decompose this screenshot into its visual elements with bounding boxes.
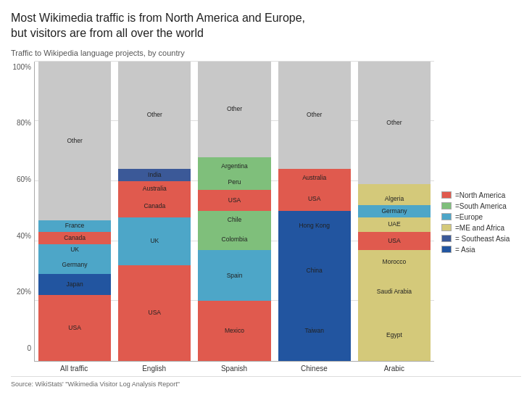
bar-segment: Mexico bbox=[198, 301, 270, 361]
bar-segment-label: France bbox=[65, 223, 84, 229]
y-label-0: 0 bbox=[11, 344, 34, 352]
bar-segment-label: USA bbox=[308, 196, 320, 202]
bar-group-all-traffic: USAJapanGermanyUKCanadaFranceOther bbox=[38, 62, 111, 361]
bar-segment: Colombia bbox=[198, 229, 270, 250]
bar-segment: Australia bbox=[118, 181, 191, 196]
bar-segment-label: Chile bbox=[228, 217, 241, 223]
bar-segment: Other bbox=[118, 62, 191, 170]
bar-segment-label: Germany bbox=[62, 262, 88, 268]
bar-segment: UK bbox=[118, 217, 191, 265]
bar-segment-label: Germany bbox=[381, 208, 407, 215]
bar-segment-label: USA bbox=[228, 197, 241, 204]
bar-segment: Peru bbox=[198, 175, 270, 191]
bar-segment-label: Spain bbox=[227, 273, 243, 279]
bars-container: USAJapanGermanyUKCanadaFranceOtherUSAUKC… bbox=[34, 62, 434, 362]
bar-segment: India bbox=[118, 169, 191, 181]
bar-segment: USA bbox=[118, 265, 191, 361]
bar-segment: UK bbox=[38, 244, 111, 257]
bar-segment: Germany bbox=[38, 256, 111, 274]
bar-segment-label: Algeria bbox=[385, 196, 404, 202]
bar-segment: UAE bbox=[358, 217, 431, 233]
bar-segment: Other bbox=[38, 62, 111, 220]
x-axis-label: English bbox=[117, 365, 190, 373]
bar-segment-label: UK bbox=[150, 238, 159, 244]
legend-item: =ME and Africa bbox=[441, 224, 518, 232]
bar-segment-label: Taiwan bbox=[304, 328, 323, 334]
bar-segment-label: Egypt bbox=[386, 332, 402, 338]
bar-segment: China bbox=[278, 241, 351, 302]
bar-segment-label: Other bbox=[147, 112, 162, 118]
bar-segment: Algeria bbox=[358, 194, 431, 206]
chart-subtitle: Traffic to Wikipedia language projects, … bbox=[11, 49, 521, 57]
legend-item: =South America bbox=[441, 202, 518, 210]
bar-segment-label: Argentina bbox=[221, 163, 247, 170]
bar-segment-label: Canada bbox=[144, 203, 165, 209]
legend-item: = Asia bbox=[441, 246, 518, 254]
bar-segment-label: Mexico bbox=[225, 328, 244, 334]
bar-segment: Saudi Arabia bbox=[358, 274, 431, 310]
y-label-20: 20% bbox=[11, 288, 34, 296]
bar-segment: Australia bbox=[278, 169, 351, 187]
y-label-60: 60% bbox=[11, 175, 34, 183]
legend-label: =North America bbox=[455, 191, 505, 199]
y-label-100: 100% bbox=[11, 63, 34, 71]
bar-segment-label: USA bbox=[68, 325, 80, 331]
bar-segment: Japan bbox=[38, 274, 111, 295]
legend-item: = Southeast Asia bbox=[441, 235, 518, 243]
bar-segment: USA bbox=[358, 232, 431, 250]
bar-segment-label: Hong Kong bbox=[299, 223, 330, 229]
bar-segment-label: UK bbox=[70, 246, 79, 253]
bar-segment-label: Canada bbox=[64, 235, 86, 241]
x-labels: All trafficEnglishSpanishChineseArabic bbox=[34, 362, 434, 373]
legend-label: =Europe bbox=[455, 213, 483, 221]
bar-segment: Spain bbox=[198, 250, 270, 301]
legend-color-box bbox=[441, 224, 452, 231]
legend-label: = Southeast Asia bbox=[455, 235, 510, 243]
chart-title: Most Wikimedia traffic is from North Ame… bbox=[11, 11, 521, 41]
x-axis-label: All traffic bbox=[38, 365, 110, 373]
legend-label: = Asia bbox=[455, 246, 475, 254]
bar-segment: Egypt bbox=[358, 310, 431, 361]
bar-segment bbox=[358, 184, 431, 193]
bar-group-chinese: TaiwanChinaHong KongUSAAustraliaOther bbox=[278, 62, 351, 361]
bar-segment: USA bbox=[198, 190, 270, 211]
bar-segment: Morocco bbox=[358, 250, 431, 274]
bar-segment: USA bbox=[38, 295, 111, 361]
bar-segment-label: Colombia bbox=[222, 236, 248, 243]
bar-segment-label: Other bbox=[227, 106, 242, 112]
bar-segment-label: UAE bbox=[388, 221, 400, 228]
bar-segment: Argentina bbox=[198, 157, 270, 175]
bar-segment: Germany bbox=[358, 205, 431, 217]
bar-segment: Canada bbox=[38, 232, 111, 244]
bar-segment: Other bbox=[198, 62, 270, 157]
bar-group-arabic: EgyptSaudi ArabiaMoroccoUSAUAEGermanyAlg… bbox=[358, 62, 431, 361]
legend: =North America=South America=Europe=ME a… bbox=[434, 62, 521, 373]
bar-segment-label: Other bbox=[307, 112, 322, 118]
legend-color-box bbox=[441, 246, 452, 253]
x-axis-label: Arabic bbox=[358, 365, 431, 373]
bar-group-spanish: MexicoSpainColombiaChileUSAPeruArgentina… bbox=[198, 62, 270, 361]
bar-segment-label: India bbox=[148, 172, 161, 178]
bar-segment: France bbox=[38, 220, 111, 233]
bar-segment-label: Japan bbox=[67, 281, 83, 288]
bar-segment: Taiwan bbox=[278, 301, 351, 361]
bar-segment: Other bbox=[358, 62, 431, 184]
legend-label: =South America bbox=[455, 202, 507, 210]
bar-group-english: USAUKCanadaAustraliaIndiaOther bbox=[118, 62, 191, 361]
legend-item: =Europe bbox=[441, 213, 518, 221]
bar-segment-label: China bbox=[307, 267, 323, 274]
bar-segment-label: Peru bbox=[228, 179, 241, 186]
bar-segment-label: USA bbox=[149, 309, 161, 316]
x-axis-label: Chinese bbox=[278, 365, 350, 373]
bar-segment: Chile bbox=[198, 211, 270, 229]
x-axis-label: Spanish bbox=[198, 365, 270, 373]
source-text: Source: WikiStats' "Wikimedia Visitor Lo… bbox=[11, 376, 521, 388]
bar-segment-label: Australia bbox=[302, 175, 326, 181]
bar-segment: Canada bbox=[118, 196, 191, 217]
legend-color-box bbox=[441, 213, 452, 220]
y-label-80: 80% bbox=[11, 119, 34, 127]
bar-segment-label: Other bbox=[67, 138, 82, 144]
legend-color-box bbox=[441, 202, 452, 209]
bar-segment: USA bbox=[278, 187, 351, 211]
bar-segment: Other bbox=[278, 62, 351, 170]
